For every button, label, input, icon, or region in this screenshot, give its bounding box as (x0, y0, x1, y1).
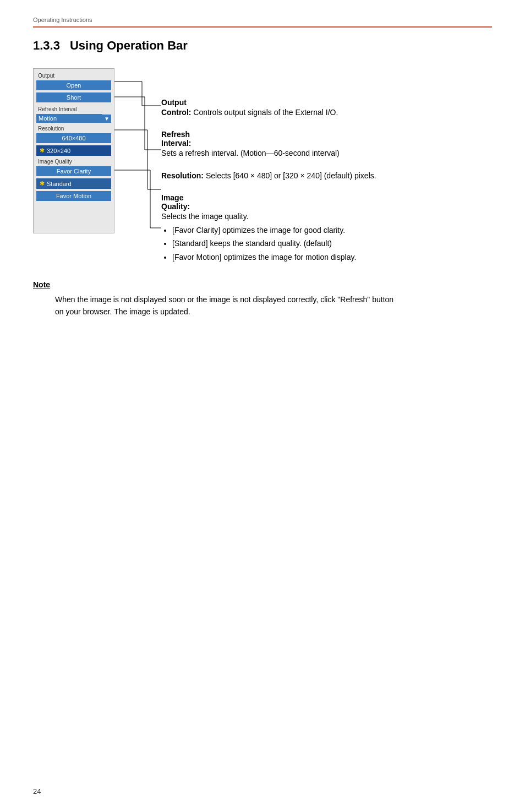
dropdown-arrow[interactable]: ▼ (102, 115, 111, 123)
top-divider (33, 26, 492, 28)
res640-button[interactable]: 640×480 (36, 133, 111, 143)
image-quality-label-desc: ImageQuality: (161, 193, 190, 211)
favor-motion-button[interactable]: Favor Motion (36, 191, 111, 201)
favor-clarity-button[interactable]: Favor Clarity (36, 166, 111, 176)
star-icon-2: ✱ (40, 180, 45, 187)
bullet-standard: [Standard] keeps the standard quality. (… (172, 238, 492, 250)
note-title: Note (33, 280, 492, 289)
motion-select-row: Motion ▼ (36, 114, 111, 123)
standard-button[interactable]: ✱ Standard (36, 178, 111, 189)
refresh-interval-label-desc: RefreshInterval: (161, 130, 191, 148)
main-content: Output Open Short Refresh Interval Motio… (33, 68, 492, 275)
open-button[interactable]: Open (36, 80, 111, 90)
connector-lines (114, 68, 161, 244)
image-quality-text: Selects the image quality. [Favor Clarit… (161, 211, 492, 264)
refresh-interval-text: Sets a refresh interval. (Motion—60-seco… (161, 148, 492, 160)
descriptions-panel: OutputControl: Controls output signals o… (161, 68, 492, 275)
refresh-interval-desc: RefreshInterval: Sets a refresh interval… (161, 130, 492, 160)
res320-button[interactable]: ✱ 320×240 (36, 145, 111, 156)
resolution-label-desc: Resolution: (161, 171, 204, 180)
resolution-label: Resolution (36, 125, 111, 132)
output-control-label: OutputControl: (161, 98, 191, 117)
res320-label: 320×240 (47, 148, 70, 154)
ui-panel: Output Open Short Refresh Interval Motio… (33, 68, 114, 233)
image-quality-desc: ImageQuality: Selects the image quality.… (161, 193, 492, 264)
standard-label: Standard (47, 181, 72, 187)
page-title: 1.3.3Using Operation Bar (33, 39, 492, 53)
resolution-desc: Resolution: Selects [640 × 480] or [320 … (161, 170, 492, 182)
star-icon: ✱ (40, 147, 45, 154)
resolution-text: Selects [640 × 480] or [320 × 240] (defa… (206, 171, 376, 180)
note-body: When the image is not displayed soon or … (55, 293, 396, 318)
note-section: Note When the image is not displayed soo… (33, 280, 492, 318)
image-quality-label: Image Quality (36, 158, 111, 165)
bullet-favor-motion: [Favor Motion] optimizes the image for m… (172, 252, 492, 264)
refresh-interval-label: Refresh Interval (36, 106, 111, 113)
short-button[interactable]: Short (36, 92, 111, 102)
bullet-favor-clarity: [Favor Clarity] optimizes the image for … (172, 225, 492, 237)
page-number: 24 (33, 787, 41, 795)
breadcrumb: Operating Instructions (33, 17, 492, 23)
output-control-desc: OutputControl: Controls output signals o… (161, 98, 492, 119)
output-label: Output (36, 72, 111, 79)
output-control-text: Controls output signals of the External … (193, 108, 338, 117)
motion-select[interactable]: Motion (36, 114, 102, 123)
